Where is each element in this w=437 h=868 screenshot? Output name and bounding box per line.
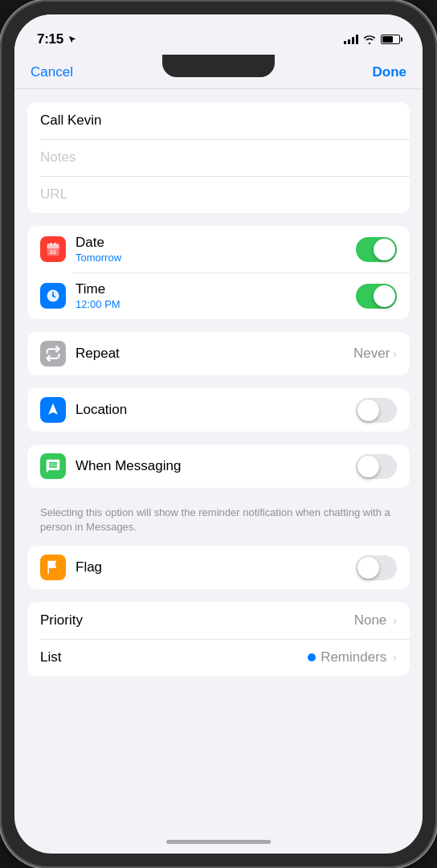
flag-label: Flag — [76, 559, 356, 575]
phone-screen: 7:15 Cancel Details Done — [14, 14, 423, 854]
svg-rect-4 — [51, 243, 52, 245]
status-icons — [344, 35, 400, 44]
flag-row[interactable]: Flag — [27, 546, 410, 589]
messaging-toggle[interactable] — [356, 454, 397, 479]
main-content: 31 Date Tomorrow — [14, 89, 423, 845]
notes-input[interactable] — [40, 149, 397, 166]
repeat-row[interactable]: Repeat Never › — [27, 332, 410, 375]
status-time: 7:15 — [37, 31, 63, 47]
priority-chevron: › — [393, 614, 397, 627]
url-input[interactable] — [40, 186, 397, 203]
flag-icon — [40, 555, 66, 580]
list-dot — [308, 653, 316, 661]
messaging-helper: Selecting this option will show the remi… — [27, 501, 410, 546]
location-card: Location — [27, 388, 410, 432]
repeat-label: Repeat — [76, 346, 353, 362]
done-button[interactable]: Done — [372, 64, 406, 80]
task-title-input[interactable] — [40, 113, 397, 129]
svg-text:31: 31 — [50, 248, 56, 256]
cancel-button[interactable]: Cancel — [31, 64, 73, 80]
time-toggle[interactable] — [356, 284, 397, 309]
time-icon — [40, 283, 66, 309]
time-row[interactable]: Time 12:00 PM — [27, 272, 410, 319]
status-bar: 7:15 — [14, 14, 423, 55]
list-value: Reminders — [321, 649, 386, 665]
date-label: Date Tomorrow — [76, 235, 356, 264]
notch — [162, 55, 275, 77]
flag-toggle[interactable] — [356, 555, 397, 580]
flag-card: Flag — [27, 546, 410, 589]
repeat-chevron: › — [393, 347, 397, 360]
date-row[interactable]: 31 Date Tomorrow — [27, 226, 410, 272]
list-row[interactable]: List Reminders › — [27, 639, 410, 676]
location-arrow-icon — [68, 35, 76, 43]
time-label: Time 12:00 PM — [76, 281, 356, 310]
wifi-icon — [363, 35, 376, 44]
home-indicator — [166, 840, 271, 844]
location-toggle[interactable] — [356, 398, 397, 423]
date-toggle[interactable] — [356, 237, 397, 262]
location-row[interactable]: Location — [27, 388, 410, 432]
date-icon: 31 — [40, 236, 66, 262]
datetime-card: 31 Date Tomorrow — [27, 226, 410, 319]
list-label: List — [40, 649, 308, 665]
notes-row[interactable] — [27, 139, 410, 176]
messaging-card: When Messaging — [27, 444, 410, 488]
messaging-label: When Messaging — [76, 458, 356, 474]
url-row[interactable] — [27, 176, 410, 213]
list-chevron: › — [393, 651, 397, 664]
priority-label: Priority — [40, 612, 354, 628]
location-icon — [40, 397, 66, 423]
location-label: Location — [76, 402, 356, 418]
messaging-row[interactable]: When Messaging — [27, 444, 410, 488]
repeat-icon — [40, 341, 66, 366]
repeat-value: Never — [353, 346, 390, 362]
phone-frame: 7:15 Cancel Details Done — [0, 0, 437, 868]
task-info-card — [27, 102, 410, 213]
signal-icon — [344, 35, 358, 44]
repeat-card: Repeat Never › — [27, 332, 410, 375]
priority-row[interactable]: Priority None › — [27, 602, 410, 639]
svg-point-9 — [52, 295, 55, 297]
svg-rect-5 — [55, 243, 56, 245]
priority-list-card: Priority None › List Reminders › — [27, 602, 410, 676]
battery-icon — [381, 35, 400, 44]
messaging-icon — [40, 453, 66, 479]
priority-value: None — [354, 612, 387, 628]
task-title-row[interactable] — [27, 102, 410, 139]
